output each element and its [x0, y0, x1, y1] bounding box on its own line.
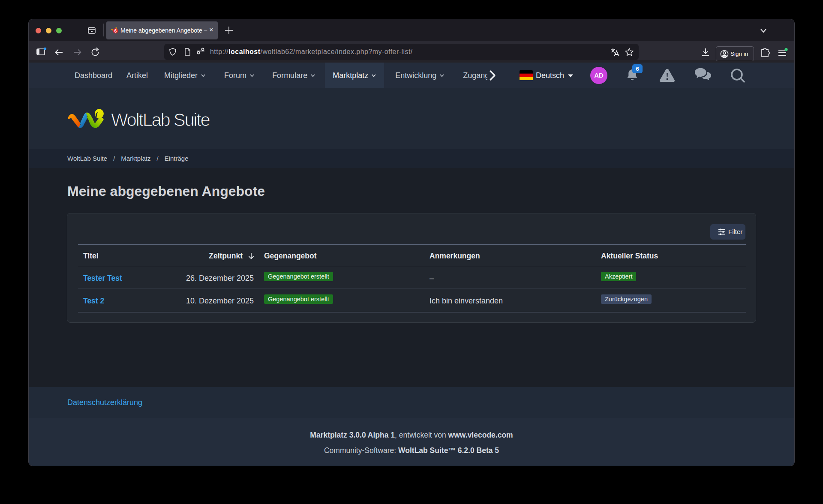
- svg-text:6: 6: [114, 29, 117, 33]
